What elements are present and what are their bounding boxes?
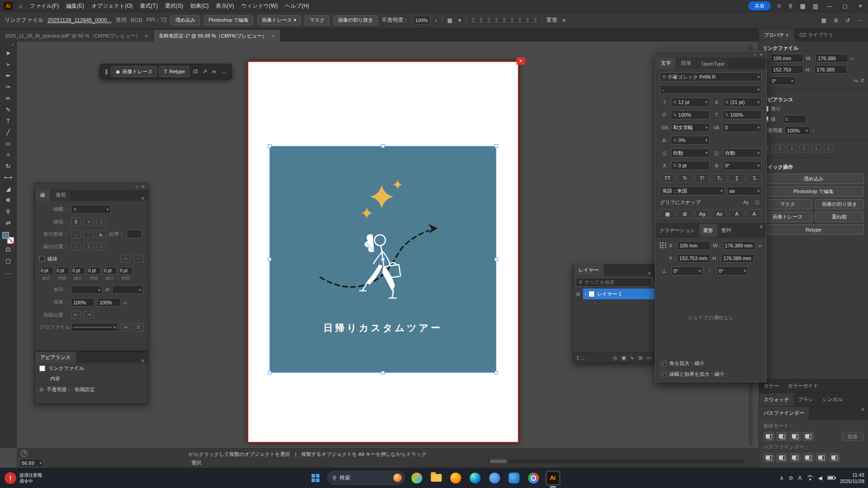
appearance-item[interactable]: リンクファイル (48, 365, 84, 372)
tab-pathfinder[interactable]: パスファインダー (759, 407, 809, 420)
tab-appearance[interactable]: アピアランス (35, 352, 76, 363)
align-icon[interactable]: ⌶ (811, 144, 821, 152)
opacity-field[interactable]: 100% (413, 16, 430, 24)
image-trace-button[interactable]: 画像トレース (763, 212, 812, 222)
dash-field[interactable]: 0 pt線分 (71, 267, 85, 281)
edit-toolbar-icon[interactable]: … (1, 266, 15, 278)
x-field[interactable]: 105 mm (677, 241, 711, 250)
x-field[interactable]: 105 mm (771, 54, 803, 62)
tab-color-guide[interactable]: カラーガイド (783, 379, 823, 393)
layer-visibility-icon[interactable]: ⊙ (573, 291, 583, 297)
image-trace-button[interactable]: 画像トレース▾ (257, 15, 301, 25)
transform-label[interactable]: 変形 (546, 16, 557, 24)
swap-arrow-icon[interactable]: ⇄ (105, 287, 109, 293)
drawing-mode-icon[interactable]: ⊡ (1, 244, 15, 255)
corner-miter-icon[interactable]: ∟ (71, 230, 81, 238)
retype-button[interactable]: TRetype (159, 66, 190, 77)
retype-button[interactable]: Retype (763, 224, 864, 235)
rotate-field[interactable]: 0°▾ (671, 266, 703, 275)
info-icon[interactable]: ⓘ (753, 199, 762, 206)
pen-tool[interactable]: ✒ (1, 70, 15, 81)
home-icon[interactable]: ⌂ (15, 3, 26, 9)
paintbrush-tool[interactable]: ✏ (1, 93, 15, 104)
store-icon[interactable] (506, 470, 522, 486)
appearance-contents[interactable]: 内容 (50, 375, 60, 382)
panel-menu-icon[interactable]: ≡ (138, 195, 148, 201)
share-button[interactable]: 共有 (748, 1, 771, 10)
start-button[interactable] (308, 470, 323, 486)
case-button[interactable]: T̶ (747, 174, 762, 183)
arrow-start-field[interactable]: ▾ (71, 285, 102, 294)
arrange-documents-icon[interactable]: ≣ (833, 17, 839, 24)
tab-transform[interactable]: 変形 (699, 224, 717, 237)
volume-icon[interactable]: ◀ (818, 475, 822, 481)
snap-option-button[interactable]: ⊞ (677, 209, 692, 218)
selection-tool[interactable]: ➤ (1, 47, 15, 59)
placed-image[interactable]: 日帰りカスタムツアー (270, 146, 496, 373)
tab-character[interactable]: 文字 (656, 57, 676, 69)
image-trace-button[interactable]: ◉画像トレース (111, 66, 157, 77)
swap-fill-stroke-icon[interactable]: ⇄ (1, 217, 15, 228)
snap-option-button[interactable]: Ag (695, 209, 710, 218)
crop-image-button[interactable]: 画像の切り抜き (333, 15, 378, 25)
edit-in-photoshop-button[interactable]: Photoshop で編集 (763, 186, 864, 197)
panel-menu-icon[interactable]: ≡ (858, 407, 868, 420)
menu-item[interactable]: 書式(T) (136, 2, 161, 10)
search-icon[interactable]: ⚲ (785, 3, 797, 9)
pathfinder-merge-icon[interactable] (790, 453, 801, 462)
flip-along-icon[interactable]: ⇋ (121, 323, 131, 332)
firefox-icon[interactable] (448, 470, 463, 486)
weather-alert-icon[interactable]: ! (5, 472, 16, 484)
apps-grid-icon[interactable]: ▦ (796, 3, 809, 9)
panel-dock-icon[interactable]: ▥ (809, 3, 822, 9)
tab-align[interactable]: 整列 (717, 224, 735, 237)
close-panel-icon[interactable]: ✕ (759, 52, 763, 57)
edge-icon[interactable] (467, 470, 483, 486)
anti-alias-field[interactable]: aa▾ (727, 186, 762, 195)
corner-round-icon[interactable]: ⌒ (84, 230, 94, 238)
tab-brushes[interactable]: ブラシ (793, 393, 818, 406)
align-icon[interactable]: ⌶ (517, 17, 522, 24)
corner-bevel-icon[interactable]: ◣ (96, 230, 106, 238)
weather-alert-text[interactable]: 波浪注意報発令中 (19, 472, 42, 484)
glyph-options-icon[interactable]: Ag (741, 200, 750, 205)
align-outside-icon[interactable]: ⌶ (96, 242, 106, 251)
dash-preserve-icon[interactable]: ╍ (121, 255, 131, 263)
tab-transparency[interactable]: 透明 (51, 190, 71, 201)
fill-color-chip[interactable] (2, 232, 9, 239)
flip-across-icon[interactable]: ⇵ (133, 323, 143, 332)
linked-file-name[interactable]: 20251128_112845_0000... (47, 17, 112, 24)
close-button[interactable]: ✕ (853, 0, 868, 12)
collapse-panel-icon[interactable]: « (754, 52, 756, 57)
reference-point-selector[interactable] (660, 242, 667, 249)
cap-projecting-icon[interactable]: ▯ (96, 218, 106, 226)
w-field[interactable]: 176.389 (816, 54, 848, 62)
kerning-field[interactable]: 和文等幅▾ (671, 123, 710, 132)
embed-button[interactable]: 埋め込み (763, 174, 864, 184)
expand-button[interactable]: 拡張 (842, 432, 863, 441)
shape-mode-unite-icon[interactable] (764, 432, 774, 441)
overflow-icon[interactable]: ⋯ (856, 17, 863, 24)
menu-item[interactable]: ヘルプ(H) (281, 2, 313, 10)
dash-align-icon[interactable]: ╌ (133, 255, 143, 263)
curvature-tool[interactable]: ✑ (1, 81, 15, 93)
expand-layer-icon[interactable]: › (585, 292, 586, 296)
snap-option-button[interactable]: Ax (712, 209, 727, 218)
layers-search-input[interactable] (584, 280, 634, 285)
snap-option-button[interactable]: ▦ (660, 209, 675, 218)
tab-paragraph[interactable]: 段落 (676, 57, 697, 69)
artboard[interactable]: ✕ (247, 61, 519, 443)
menu-item[interactable]: ファイル(F) (26, 2, 62, 10)
dash-field[interactable]: 0 pt間隔 (55, 267, 69, 281)
notifications-bell-icon[interactable]: ⍾ (773, 2, 785, 9)
opacity-options-icon[interactable]: › (812, 128, 814, 133)
align-icon[interactable]: ⌶ (824, 144, 834, 152)
onedrive-icon[interactable] (487, 470, 502, 486)
stroke-weight-field[interactable]: ⇅ (783, 115, 806, 123)
widgets-icon[interactable] (409, 470, 424, 486)
aki-right-field[interactable]: 自動▾ (723, 148, 762, 157)
new-sublayer-icon[interactable]: ↳ (630, 355, 634, 361)
cap-butt-icon[interactable]: ▮ (71, 218, 81, 226)
arrow-scale-start-field[interactable]: 100% (71, 298, 95, 307)
rotate-tool[interactable]: ↻ (1, 161, 15, 172)
